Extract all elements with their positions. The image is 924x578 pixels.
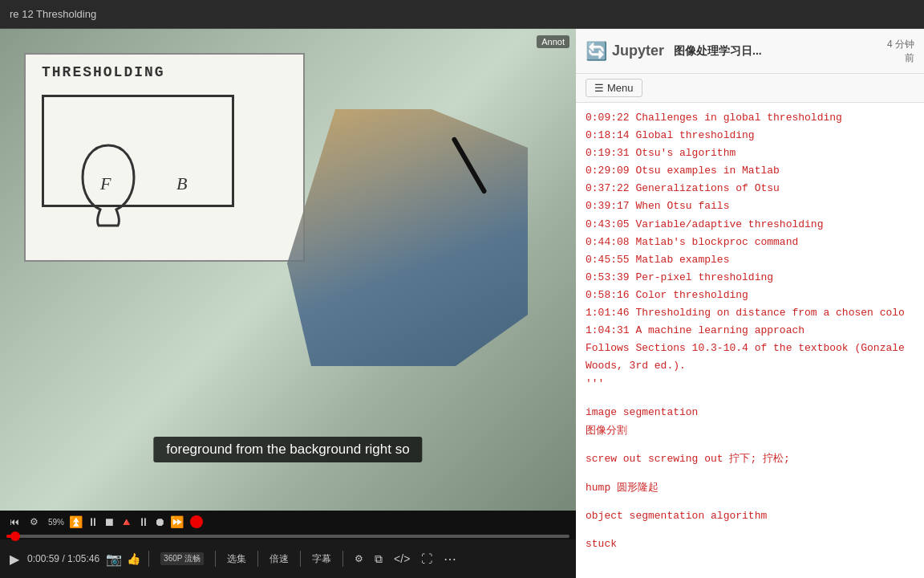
- text-block-4: stuck: [586, 535, 914, 553]
- toc-item[interactable]: 0:09:22 Challenges in global thresholdin…: [586, 109, 914, 127]
- time-ago-value: 4 分钟: [887, 39, 914, 50]
- annot-badge: Annot: [537, 35, 569, 48]
- label-b: B: [176, 173, 187, 194]
- toc-item-quotes[interactable]: ''': [586, 375, 914, 393]
- video-panel: THRESHOLDING F B foreground from the bac…: [0, 29, 576, 578]
- time-total: 1:05:46: [67, 553, 99, 564]
- text-line-1: image segmentation: [586, 403, 914, 421]
- controls-bar: ▶ 0:00:59 / 1:05:46 📷 👍 360P 流畅 选集: [0, 539, 576, 578]
- select-button[interactable]: 选集: [224, 551, 249, 568]
- settings-icon: ⚙: [355, 553, 363, 564]
- toc-item-generalizations[interactable]: 0:37:22 Generalizations of Otsu: [586, 180, 914, 197]
- more-icon: ⋯: [444, 552, 456, 567]
- time-unit: 前: [905, 52, 914, 63]
- text-object-seg: object segmentation algorithm: [586, 507, 914, 525]
- fullscreen-button[interactable]: ⛶: [418, 551, 436, 567]
- main-content: THRESHOLDING F B foreground from the bac…: [0, 29, 924, 578]
- toc-item[interactable]: 0:45:55 Matlab examples: [586, 251, 914, 269]
- icon3[interactable]: ⏹: [103, 515, 115, 528]
- more-button[interactable]: ⋯: [440, 550, 460, 568]
- top-bar: re 12 Thresholding: [0, 0, 924, 29]
- fullscreen-icon: ⛶: [421, 552, 432, 565]
- text-line-2: 图像分割: [586, 421, 914, 440]
- toc-item[interactable]: 0:29:09 Otsu examples in Matlab: [586, 162, 914, 180]
- progress-track-container[interactable]: [0, 533, 576, 539]
- toc-item[interactable]: 0:19:31 Otsu's algorithm: [586, 144, 914, 162]
- menu-icon: ☰: [594, 82, 604, 94]
- pip-button[interactable]: ⧉: [371, 551, 386, 568]
- toc-item[interactable]: 0:53:39 Per-pixel thresholding: [586, 269, 914, 287]
- select-label: 选集: [227, 552, 246, 566]
- toc-item[interactable]: 0:18:14 Global thresholding: [586, 127, 914, 144]
- progress-track[interactable]: [6, 535, 569, 538]
- like-icon[interactable]: 👍: [127, 552, 140, 565]
- jupyter-logo: 🔄 Jupyter: [586, 41, 664, 62]
- text-block-2: screw out screwing out 拧下; 拧松; hump 圆形隆起: [586, 450, 914, 497]
- jupyter-content[interactable]: 0:09:22 Challenges in global thresholdin…: [576, 103, 924, 578]
- code-button[interactable]: </>: [391, 551, 413, 567]
- notebook-title[interactable]: 图像处理学习日...: [674, 44, 877, 59]
- speed-pct: 59%: [48, 518, 64, 527]
- text-screw: screw out screwing out 拧下; 拧松;: [586, 450, 914, 468]
- icon7[interactable]: ⏩: [170, 515, 184, 528]
- separator4: [300, 551, 301, 567]
- pip-icon: ⧉: [375, 552, 383, 566]
- toc-item[interactable]: 0:44:08 Matlab's blockproc command: [586, 234, 914, 251]
- time-current: 0:00:59: [27, 553, 59, 564]
- separator3: [257, 551, 258, 567]
- whiteboard-title: THRESHOLDING: [42, 64, 165, 80]
- toc-list: 0:09:22 Challenges in global thresholdin…: [586, 109, 914, 393]
- progress-thumb[interactable]: [10, 531, 20, 541]
- play-button[interactable]: ▶: [6, 550, 22, 568]
- subtitle-label: 字幕: [312, 552, 331, 566]
- settings-small-icon[interactable]: ⚙: [26, 514, 42, 530]
- progress-row: ⏮ ⚙ 59% ⏫ ⏸ ⏹ 🔺 ⏸ ⏺ ⏩: [0, 511, 576, 533]
- text-image-segmentation: image segmentation 图像分割: [586, 403, 914, 441]
- icon4[interactable]: 🔺: [120, 515, 133, 528]
- jupyter-brand: Jupyter: [612, 43, 664, 59]
- toc-item-woods[interactable]: Woods, 3rd ed.).: [586, 357, 914, 375]
- toc-item[interactable]: 0:43:05 Variable/adaptive thresholding: [586, 216, 914, 234]
- label-f: F: [100, 173, 111, 194]
- separator5: [342, 551, 343, 567]
- quality-label: 360P 流畅: [160, 552, 204, 565]
- code-icon: </>: [394, 552, 410, 565]
- toc-item-approach[interactable]: 1:04:31 A machine learning approach: [586, 322, 914, 340]
- text-block-3: object segmentation algorithm: [586, 507, 914, 525]
- time-ago: 4 分钟 前: [887, 38, 914, 65]
- prev-icon[interactable]: ⏮: [6, 514, 22, 530]
- play-icon: ▶: [10, 552, 19, 567]
- icon5[interactable]: ⏸: [138, 515, 149, 528]
- right-panel: 🔄 Jupyter 图像处理学习日... 4 分钟 前 ☰ ☰ Menu Men…: [576, 29, 924, 578]
- subtitle-bar: foreground from the background right so: [153, 437, 422, 462]
- time-display: 0:00:59 / 1:05:46: [27, 553, 99, 564]
- whiteboard: THRESHOLDING F B: [24, 53, 305, 262]
- text-hump: hump 圆形隆起: [586, 478, 914, 497]
- camera-icon[interactable]: 📷: [106, 552, 122, 567]
- jupyter-menu-bar: ☰ ☰ Menu Menu: [576, 74, 924, 103]
- speed-label: 倍速: [270, 552, 289, 566]
- subtitle-button[interactable]: 字幕: [309, 551, 334, 568]
- speed-button[interactable]: 倍速: [266, 551, 292, 568]
- jupyter-header: 🔄 Jupyter 图像处理学习日... 4 分钟 前: [576, 29, 924, 74]
- toc-item[interactable]: 0:39:17 When Otsu fails: [586, 197, 914, 215]
- toc-item-chosen[interactable]: 1:01:46 Thresholding on distance from a …: [586, 304, 914, 322]
- menu-button[interactable]: ☰ ☰ Menu Menu: [586, 79, 642, 97]
- icon1[interactable]: ⏫: [69, 515, 83, 528]
- icon2[interactable]: ⏸: [87, 515, 99, 528]
- toc-item[interactable]: 0:58:16 Color thresholding: [586, 287, 914, 304]
- record-button[interactable]: [190, 515, 203, 528]
- icon6[interactable]: ⏺: [154, 515, 165, 528]
- whiteboard-rect: F B: [42, 95, 234, 207]
- hand-overlay: [287, 109, 528, 366]
- quality-button[interactable]: 360P 流畅: [157, 551, 207, 567]
- video-area[interactable]: THRESHOLDING F B foreground from the bac…: [0, 29, 576, 511]
- jupyter-logo-icon: 🔄: [586, 41, 607, 62]
- separator2: [215, 551, 216, 567]
- settings-button[interactable]: ⚙: [351, 552, 367, 566]
- separator1: [148, 551, 149, 567]
- toc-item-follows[interactable]: Follows Sections 10.3-10.4 of the textbo…: [586, 340, 914, 357]
- top-bar-title: re 12 Thresholding: [10, 8, 96, 20]
- text-stuck: stuck: [586, 535, 914, 553]
